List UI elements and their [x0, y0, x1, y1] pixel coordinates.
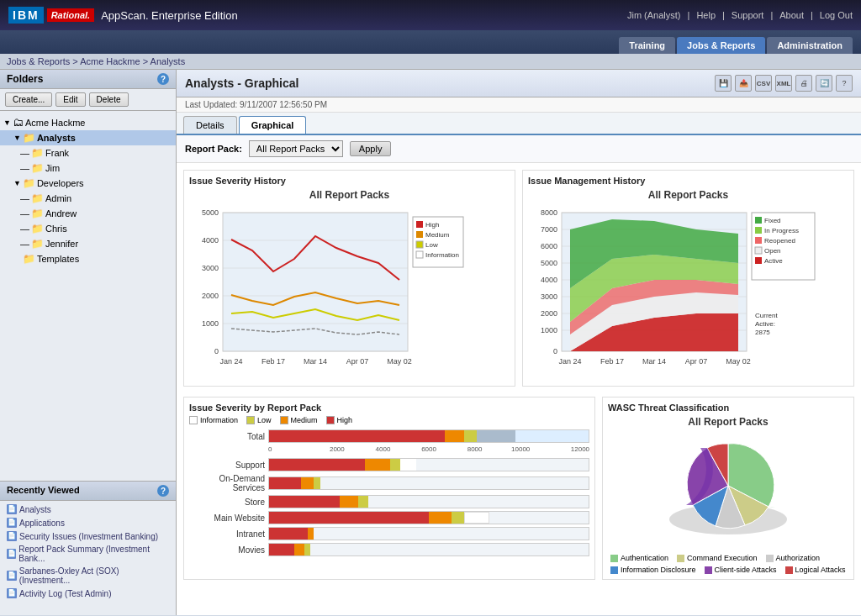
support-link[interactable]: Support	[732, 10, 764, 20]
xml-icon[interactable]: XML	[775, 75, 792, 92]
svg-rect-62	[755, 227, 762, 234]
about-link[interactable]: About	[779, 10, 804, 20]
rv-label: Analysts	[19, 505, 51, 514]
svg-text:In Progress: In Progress	[764, 227, 799, 234]
folders-help-icon[interactable]: ?	[157, 73, 169, 85]
bar-track	[268, 458, 589, 471]
tab-graphical[interactable]: Graphical	[239, 116, 307, 134]
last-updated: Last Updated: 9/11/2007 12:56:50 PM	[177, 97, 861, 113]
tree-item-chris[interactable]: — 📁 Chris	[0, 221, 176, 236]
svg-text:4000: 4000	[541, 276, 557, 284]
report-pack-select[interactable]: All Report Packs	[249, 140, 343, 157]
edit-button[interactable]: Edit	[55, 92, 85, 107]
bar-track	[268, 527, 589, 540]
legend-authentication: Authentication	[610, 554, 668, 562]
svg-text:6000: 6000	[541, 242, 557, 250]
svg-text:Apr 07: Apr 07	[685, 357, 708, 366]
report-controls: Report Pack: All Report Packs Apply	[177, 135, 861, 163]
bar-seg-high	[269, 430, 445, 442]
svg-text:2000: 2000	[541, 309, 557, 318]
apply-button[interactable]: Apply	[350, 141, 392, 156]
delete-button[interactable]: Delete	[89, 92, 129, 107]
legend-high: High	[326, 416, 353, 424]
rv-item[interactable]: 📄Report Pack Summary (Investment Bank...	[3, 543, 172, 565]
tree-item-admin[interactable]: — 📁 Admin	[0, 191, 176, 206]
sidebar: Folders ? Create... Edit Delete ▼ 🗂 Acme…	[0, 70, 177, 615]
print-icon[interactable]: 🖨	[795, 75, 812, 92]
app-title: AppScan. Enterprise Edition	[101, 9, 238, 22]
tree-item-analysts[interactable]: ▼ 📁 Analysts	[0, 130, 176, 145]
legend-box	[610, 555, 618, 562]
save-icon[interactable]: 💾	[715, 75, 732, 92]
bar-row-mainwebsite: Main Website	[189, 511, 589, 524]
tree-item-acme[interactable]: ▼ 🗂 Acme Hackme	[0, 114, 176, 130]
csv-icon[interactable]: CSV	[755, 75, 772, 92]
create-button[interactable]: Create...	[5, 92, 52, 107]
rv-item[interactable]: 📄Sarbanes-Oxley Act (SOX) (Investment...	[3, 565, 172, 587]
svg-text:May 02: May 02	[726, 357, 751, 366]
bar-seg	[308, 528, 314, 540]
help-link[interactable]: Help	[696, 10, 716, 20]
rv-help-icon[interactable]: ?	[157, 485, 169, 497]
legend-information-label: Information	[200, 416, 238, 424]
bar-row-store: Store	[189, 495, 589, 508]
management-history-svg: 8000 7000 6000 5000 4000 3000 2000 1000 …	[528, 204, 822, 381]
bar-label: Main Website	[189, 513, 265, 523]
tab-details[interactable]: Details	[183, 116, 237, 134]
expand-icon: ▼	[3, 118, 11, 127]
main-layout: Folders ? Create... Edit Delete ▼ 🗂 Acme…	[0, 70, 861, 615]
tab-jobs-reports[interactable]: Jobs & Reports	[677, 37, 765, 54]
top-bar: IBM Rational. AppScan. Enterprise Editio…	[0, 0, 861, 30]
rv-item[interactable]: 📄Activity Log (Test Admin)	[3, 587, 172, 600]
legend-low-label: Low	[257, 416, 272, 424]
tab-training[interactable]: Training	[619, 37, 675, 54]
rv-label: Sarbanes-Oxley Act (SOX) (Investment...	[19, 566, 169, 585]
rv-icon: 📄	[7, 531, 17, 541]
svg-text:4000: 4000	[202, 236, 219, 245]
wasc-legend: Authentication Command Execution Authori…	[610, 554, 846, 574]
bar-seg-med	[445, 430, 464, 442]
svg-rect-0	[223, 213, 408, 351]
legend-authorization: Authorization	[766, 554, 821, 562]
severity-history-subtitle: All Report Packs	[189, 189, 510, 201]
legend-logical: Logical Attacks	[785, 566, 846, 574]
content-header: Analysts - Graphical 💾 📤 CSV XML 🖨 🔄 ?	[177, 70, 861, 97]
legend-box	[677, 555, 684, 562]
expand-icon: ▼	[13, 134, 21, 142]
svg-text:High: High	[425, 221, 439, 229]
legend-text: Information Disclosure	[621, 566, 696, 574]
legend-text: Command Execution	[687, 554, 758, 562]
wasc-subtitle: All Report Packs	[688, 416, 768, 428]
logout-link[interactable]: Log Out	[820, 10, 853, 20]
bar-label: Movies	[189, 545, 265, 555]
svg-rect-23	[416, 241, 423, 248]
bar-seg	[429, 512, 452, 524]
bar-row-ondemand: On-Demand Services	[189, 474, 589, 492]
tree-item-templates[interactable]: 📁 Templates	[0, 251, 176, 266]
folders-header: Folders ?	[0, 70, 176, 89]
tree-item-developers[interactable]: ▼ 📁 Developers	[0, 176, 176, 191]
rv-item[interactable]: 📄Report Pack Summary (Test Admin)	[3, 600, 172, 602]
wasc-pie-area: All Report Packs	[608, 416, 848, 574]
breadcrumb: Jobs & Reports > Acme Hackme > Analysts	[0, 54, 861, 70]
help-icon[interactable]: ?	[836, 75, 853, 92]
tree-item-frank[interactable]: — 📁 Frank	[0, 145, 176, 161]
content-tabs: Details Graphical	[177, 113, 861, 135]
legend-text: Client-side Attacks	[715, 566, 777, 574]
export-icon[interactable]: 📤	[735, 75, 752, 92]
rv-icon: 📄	[7, 518, 17, 528]
svg-text:Jan 24: Jan 24	[219, 357, 242, 366]
refresh-icon[interactable]: 🔄	[816, 75, 832, 92]
tree-item-jim[interactable]: — 📁 Jim	[0, 161, 176, 176]
rv-item[interactable]: 📄Applications	[3, 516, 172, 529]
bar-seg	[269, 528, 308, 540]
svg-rect-19	[416, 221, 423, 228]
svg-text:1000: 1000	[541, 326, 557, 334]
rv-item[interactable]: 📄Analysts	[3, 503, 172, 516]
tab-administration[interactable]: Administration	[767, 37, 853, 54]
rv-item[interactable]: 📄Security Issues (Investment Banking)	[3, 529, 172, 543]
bar-label: Store	[189, 498, 265, 507]
bar-seg	[304, 544, 311, 555]
tree-item-andrew[interactable]: — 📁 Andrew	[0, 206, 176, 221]
tree-item-jennifer[interactable]: — 📁 Jennifer	[0, 236, 176, 251]
